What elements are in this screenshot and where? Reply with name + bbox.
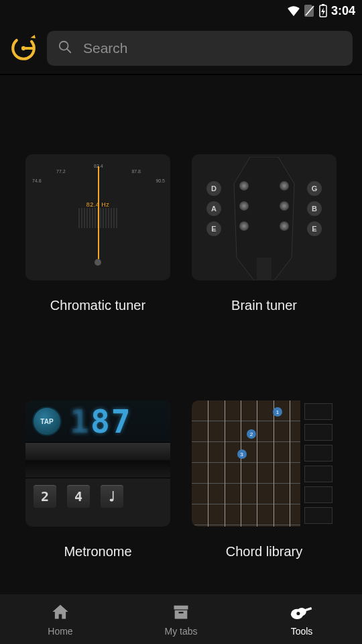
note-value: ♩ xyxy=(101,485,123,508)
nav-label: Home xyxy=(48,626,72,637)
bottom-nav: Home My tabs Tools xyxy=(0,594,362,644)
nav-tools[interactable]: Tools xyxy=(241,594,362,644)
search-placeholder: Search xyxy=(83,40,128,56)
status-time: 3:04 xyxy=(331,4,355,18)
metronome-tile: TAP 187 2 4 ♩ xyxy=(25,400,170,527)
tap-button: TAP xyxy=(32,407,62,436)
guitar-icon xyxy=(290,602,313,623)
nav-label: Tools xyxy=(291,626,313,637)
svg-rect-9 xyxy=(175,610,188,619)
finger-1: 1 xyxy=(273,407,282,417)
sim-icon xyxy=(304,5,315,17)
finger-3: 3 xyxy=(237,449,247,459)
tuner-pivot xyxy=(95,259,101,266)
timesig-bottom: 4 xyxy=(67,485,90,508)
string-label-b: B xyxy=(307,201,322,216)
tools-grid: 74.8 77.2 82.4 87.8 90.5 82.4 Hz Chromat… xyxy=(0,75,362,559)
svg-rect-10 xyxy=(179,612,184,613)
search-icon xyxy=(58,40,72,58)
app-header: Search xyxy=(0,21,362,74)
wifi-icon xyxy=(287,5,300,16)
finger-2: 2 xyxy=(247,429,256,439)
chord-library-tile: 1 2 3 xyxy=(192,400,337,527)
svg-line-6 xyxy=(67,48,71,52)
tool-metronome[interactable]: TAP 187 2 4 ♩ Metronome xyxy=(25,400,170,559)
tool-chromatic-tuner[interactable]: 74.8 77.2 82.4 87.8 90.5 82.4 Hz Chromat… xyxy=(25,154,170,313)
search-bar[interactable]: Search xyxy=(47,31,353,66)
status-bar: 3:04 xyxy=(0,0,362,21)
svg-rect-7 xyxy=(257,258,272,280)
string-label-g: G xyxy=(307,181,322,196)
string-label-e-low: E xyxy=(206,221,221,236)
nav-home[interactable]: Home xyxy=(0,594,121,644)
tool-label: Metronome xyxy=(64,544,131,559)
svg-rect-13 xyxy=(304,607,312,612)
tool-label: Brain tuner xyxy=(231,298,297,313)
home-icon xyxy=(50,602,70,623)
string-label-d: D xyxy=(206,181,221,196)
app-logo-icon[interactable] xyxy=(9,34,38,62)
chromatic-tuner-tile: 74.8 77.2 82.4 87.8 90.5 82.4 Hz xyxy=(25,154,170,280)
nav-label: My tabs xyxy=(164,626,197,637)
svg-point-14 xyxy=(296,612,300,615)
tool-label: Chord library xyxy=(226,544,302,559)
svg-rect-2 xyxy=(322,4,324,5)
nav-mytabs[interactable]: My tabs xyxy=(121,594,241,644)
tool-brain-tuner[interactable]: D A E G B E Brain tuner xyxy=(192,154,337,313)
tool-chord-library[interactable]: 1 2 3 Chord library xyxy=(192,400,337,559)
string-label-e-high: E xyxy=(307,221,322,236)
timesig-top: 2 xyxy=(34,485,56,508)
bpm-display: 187 xyxy=(70,402,132,440)
chord-variants xyxy=(300,400,337,527)
string-label-a: A xyxy=(206,201,221,216)
brain-tuner-tile: D A E G B E xyxy=(192,154,337,280)
svg-rect-8 xyxy=(174,605,188,609)
archive-icon xyxy=(171,602,191,623)
tuner-needle xyxy=(98,166,99,262)
tool-label: Chromatic tuner xyxy=(50,298,145,313)
battery-charging-icon xyxy=(319,4,327,17)
